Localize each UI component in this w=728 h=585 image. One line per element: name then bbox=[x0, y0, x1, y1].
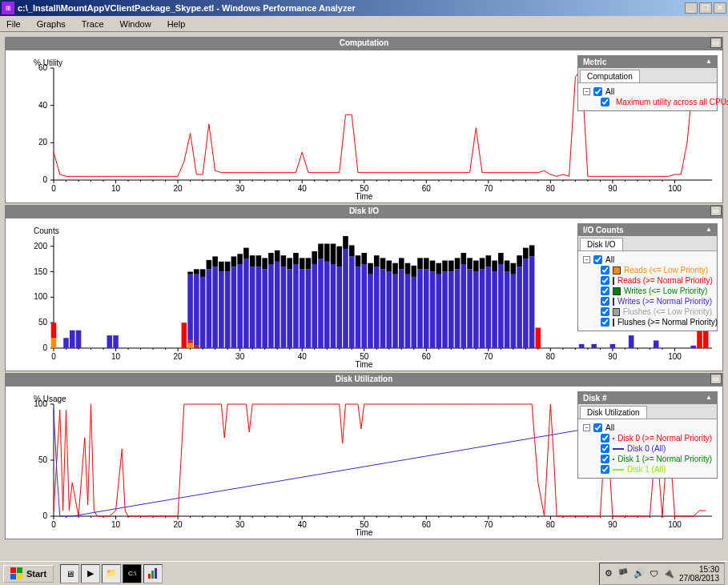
legend-item-checkbox[interactable] bbox=[601, 307, 609, 316]
svg-rect-269 bbox=[536, 328, 541, 348]
tray-icon[interactable]: ⚙ bbox=[605, 568, 613, 579]
chevron-up-icon[interactable]: ▲ bbox=[706, 58, 712, 66]
legend-item-checkbox[interactable] bbox=[601, 98, 609, 106]
svg-text:20: 20 bbox=[174, 520, 183, 529]
svg-rect-219 bbox=[380, 269, 386, 348]
svg-rect-191 bbox=[293, 264, 299, 348]
taskbar-icon[interactable]: ▶ bbox=[81, 564, 100, 583]
tray-icon[interactable]: 🏴 bbox=[617, 568, 629, 579]
svg-rect-172 bbox=[231, 256, 237, 266]
svg-text:20: 20 bbox=[38, 138, 48, 146]
svg-rect-272 bbox=[610, 344, 616, 348]
legend-all-checkbox[interactable] bbox=[593, 87, 602, 96]
svg-rect-230 bbox=[411, 266, 416, 277]
legend-diskutil[interactable]: Disk #▲ Disk Utilization −All Disk 0 (>=… bbox=[577, 391, 718, 479]
svg-rect-190 bbox=[287, 258, 292, 269]
legend-item-checkbox[interactable] bbox=[601, 286, 609, 295]
svg-rect-236 bbox=[430, 261, 436, 272]
swatch-icon bbox=[613, 438, 614, 439]
legend-all-checkbox[interactable] bbox=[593, 423, 602, 432]
svg-rect-166 bbox=[212, 256, 218, 266]
system-tray[interactable]: ⚙ 🏴 🔊 🛡 🔌 15:30 27/08/2013 bbox=[599, 563, 725, 585]
legend-item-checkbox[interactable] bbox=[601, 465, 609, 474]
panel-title-computation: Computation bbox=[340, 38, 389, 47]
taskbar-icon[interactable] bbox=[143, 564, 163, 583]
legend-item-checkbox[interactable] bbox=[601, 434, 609, 443]
legend-item-checkbox[interactable] bbox=[601, 266, 609, 274]
taskbar-icon[interactable]: 📁 bbox=[102, 564, 121, 583]
tree-toggle[interactable]: − bbox=[583, 88, 590, 95]
svg-rect-199 bbox=[318, 259, 324, 348]
chart-computation[interactable]: % Utility 02040600102030405060708090100 … bbox=[5, 50, 723, 203]
swatch-icon bbox=[613, 308, 620, 316]
panel-expand-computation[interactable]: ▭ bbox=[710, 38, 722, 48]
svg-text:60: 60 bbox=[422, 520, 432, 529]
menu-help[interactable]: Help bbox=[164, 18, 189, 30]
menu-file[interactable]: File bbox=[3, 18, 24, 30]
taskbar-icon[interactable]: 🖥 bbox=[60, 564, 79, 583]
legend-diskio[interactable]: I/O Counts▲ Disk I/O −All Reads (<= Low … bbox=[577, 223, 718, 331]
svg-rect-161 bbox=[200, 277, 206, 348]
close-button[interactable]: ✕ bbox=[714, 2, 726, 14]
svg-rect-146 bbox=[51, 338, 57, 348]
menu-window[interactable]: Window bbox=[117, 18, 155, 30]
svg-text:80: 80 bbox=[546, 184, 556, 193]
svg-rect-180 bbox=[256, 255, 262, 266]
panel-computation: Computation ▭ % Utility 0204060010203040… bbox=[5, 37, 723, 203]
chart-diskutil[interactable]: % Usage 0501000102030405060708090100 Tim… bbox=[5, 386, 723, 539]
svg-text:40: 40 bbox=[298, 520, 308, 529]
panel-expand-diskio[interactable]: ▭ bbox=[710, 206, 722, 216]
svg-text:0: 0 bbox=[51, 520, 56, 529]
svg-rect-249 bbox=[473, 272, 479, 348]
svg-rect-153 bbox=[182, 323, 187, 348]
legend-all-checkbox[interactable] bbox=[593, 255, 602, 264]
panel-diskutil: Disk Utilization ▭ % Usage 0501000102030… bbox=[5, 373, 723, 539]
legend-item-checkbox[interactable] bbox=[601, 455, 609, 463]
chevron-up-icon[interactable]: ▲ bbox=[706, 226, 712, 234]
panel-expand-diskutil[interactable]: ▭ bbox=[710, 374, 722, 384]
svg-rect-171 bbox=[231, 266, 237, 348]
legend-item-checkbox[interactable] bbox=[601, 318, 609, 327]
taskbar-icon[interactable]: C:\ bbox=[123, 564, 142, 583]
tray-clock[interactable]: 15:30 27/08/2013 bbox=[679, 565, 719, 583]
svg-rect-208 bbox=[343, 236, 348, 249]
svg-text:10: 10 bbox=[111, 520, 121, 529]
svg-text:50: 50 bbox=[38, 318, 48, 327]
tree-toggle[interactable]: − bbox=[583, 424, 590, 431]
svg-rect-205 bbox=[336, 266, 342, 348]
menu-trace[interactable]: Trace bbox=[78, 18, 107, 30]
legend-tab-diskutil[interactable]: Disk Utilization bbox=[580, 406, 647, 419]
svg-rect-270 bbox=[579, 344, 585, 348]
window-titlebar: ⊞ c:\_Install\MountAppVClientPackage_Sky… bbox=[0, 0, 728, 16]
legend-item-checkbox[interactable] bbox=[601, 444, 609, 453]
svg-text:90: 90 bbox=[608, 520, 617, 529]
chevron-up-icon[interactable]: ▲ bbox=[706, 394, 712, 403]
svg-rect-259 bbox=[505, 272, 510, 348]
legend-tab-computation[interactable]: Computation bbox=[580, 70, 640, 82]
legend-item-checkbox[interactable] bbox=[601, 276, 609, 285]
svg-rect-250 bbox=[473, 261, 479, 272]
svg-rect-201 bbox=[324, 262, 330, 348]
start-button[interactable]: Start bbox=[3, 565, 54, 583]
minimize-button[interactable]: _ bbox=[685, 2, 698, 14]
svg-rect-247 bbox=[467, 269, 473, 348]
tray-icon[interactable]: 🔌 bbox=[663, 568, 674, 579]
svg-rect-150 bbox=[76, 331, 82, 348]
menu-graphs[interactable]: Graphs bbox=[34, 18, 69, 30]
tree-toggle[interactable]: − bbox=[583, 256, 590, 263]
maximize-button[interactable]: ❐ bbox=[699, 2, 712, 14]
legend-item-checkbox[interactable] bbox=[601, 297, 609, 306]
legend-computation[interactable]: Metric▲ Computation −All Maximum utility… bbox=[577, 55, 718, 111]
svg-rect-175 bbox=[243, 259, 249, 348]
chart-diskio[interactable]: Counts 050100150200010203040506070809010… bbox=[5, 218, 723, 371]
svg-rect-147 bbox=[51, 323, 57, 338]
svg-text:70: 70 bbox=[484, 352, 493, 361]
tray-icon[interactable]: 🛡 bbox=[650, 569, 658, 579]
svg-rect-163 bbox=[207, 269, 212, 348]
svg-rect-170 bbox=[225, 262, 231, 272]
legend-tab-diskio[interactable]: Disk I/O bbox=[580, 238, 623, 250]
svg-text:40: 40 bbox=[38, 101, 48, 110]
tray-icon[interactable]: 🔊 bbox=[633, 568, 645, 579]
svg-rect-217 bbox=[374, 266, 380, 348]
svg-text:0: 0 bbox=[42, 511, 47, 520]
